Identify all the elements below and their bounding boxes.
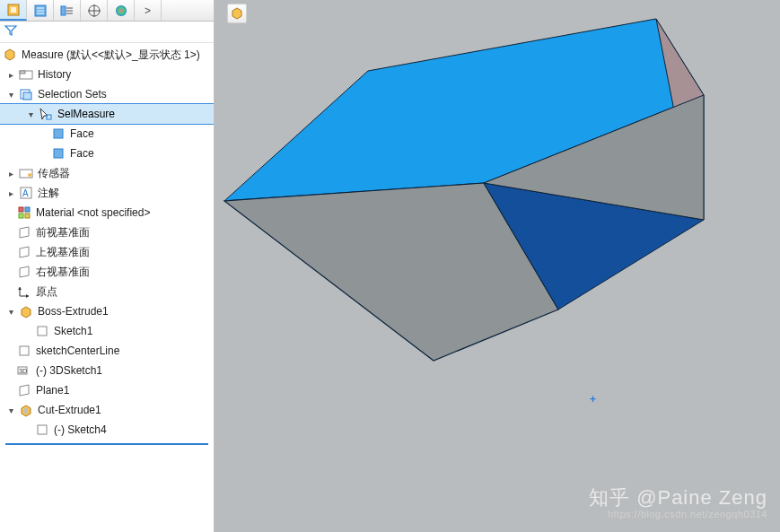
tree-root[interactable]: Measure (默认<<默认>_显示状态 1>) [0, 45, 214, 65]
svg-rect-21 [54, 149, 63, 158]
tree-label: Measure (默认<<默认>_显示状态 1>) [22, 48, 200, 63]
tree-label: Material <not specified> [36, 206, 150, 219]
svg-rect-18 [23, 92, 31, 100]
tree-sketch-centerline[interactable]: sketchCenterLine [0, 341, 214, 361]
face-icon [50, 145, 66, 161]
watermark: 知乎 @Paine Zeng https://blog.csdn.net/zen… [589, 487, 767, 519]
filter-icon[interactable] [4, 23, 18, 40]
feature-tree[interactable]: Measure (默认<<默认>_显示状态 1>) ▸ History ▾ Se… [0, 43, 214, 532]
expander-icon[interactable]: ▸ [5, 168, 16, 179]
svg-marker-32 [18, 287, 22, 290]
sensors-folder-icon [18, 165, 34, 181]
tab-display-manager[interactable] [108, 0, 135, 21]
history-folder-icon [18, 66, 34, 83]
tree-sensors[interactable]: ▸ 传感器 [0, 163, 214, 183]
tree-label: sketchCenterLine [36, 344, 119, 357]
tree-label: 原点 [36, 284, 57, 300]
tree-history[interactable]: ▸ History [0, 65, 214, 84]
svg-point-23 [28, 173, 31, 177]
tree-label: (-) Sketch4 [54, 423, 107, 436]
expander-icon[interactable]: ▸ [5, 188, 16, 198]
svg-rect-28 [19, 214, 23, 218]
expander-icon[interactable]: ▾ [5, 306, 16, 317]
tree-label: Face [70, 127, 94, 140]
expander-icon[interactable]: ▾ [25, 109, 36, 119]
feature-tree-panel: > Measure (默认<<默认>_显示状态 1>) ▸ History ▾ … [0, 0, 215, 532]
svg-rect-41 [38, 425, 47, 434]
expander-icon[interactable]: ▾ [5, 405, 16, 415]
material-icon [16, 205, 32, 221]
watermark-sub: https://blog.csdn.net/zengqh0314 [589, 509, 767, 519]
face-icon [50, 126, 66, 142]
plane-icon [16, 224, 32, 240]
tree-front-plane[interactable]: 前视基准面 [0, 222, 214, 242]
tree-label: 前视基准面 [36, 225, 90, 240]
graphics-viewport[interactable]: + 知乎 @Paine Zeng https://blog.csdn.net/z… [215, 0, 780, 532]
sketch-icon [34, 422, 50, 438]
tree-boss-extrude[interactable]: ▾ Boss-Extrude1 [0, 301, 214, 321]
tree-sketch4[interactable]: (-) Sketch4 [0, 420, 214, 440]
cut-extrude-icon [18, 402, 34, 418]
tab-overflow[interactable]: > [135, 0, 162, 21]
tree-label: Boss-Extrude1 [38, 305, 109, 318]
tree-label: Cut-Extrude1 [38, 404, 101, 416]
tab-dimxpert-manager[interactable] [81, 0, 108, 21]
tab-property-manager[interactable] [27, 0, 54, 21]
tree-label: 上视基准面 [36, 245, 90, 260]
manager-tab-bar: > [0, 0, 214, 22]
plane-icon [16, 382, 32, 398]
tab-configuration-manager[interactable] [54, 0, 81, 21]
selection-sets-icon [18, 86, 34, 102]
tree-label: Plane1 [36, 384, 69, 397]
svg-marker-33 [26, 294, 29, 298]
tree-selmeasure[interactable]: ▾ SelMeasure [0, 104, 214, 124]
watermark-main: 知乎 @Paine Zeng [589, 487, 767, 509]
tree-label: 右视基准面 [36, 265, 90, 280]
model-geometry [215, 0, 717, 386]
svg-rect-20 [54, 129, 63, 138]
tree-label: SelMeasure [57, 108, 115, 120]
tree-label: Face [70, 147, 94, 160]
tree-cut-extrude[interactable]: ▾ Cut-Extrude1 [0, 400, 214, 420]
tree-sketch1[interactable]: Sketch1 [0, 321, 214, 341]
tree-annotations[interactable]: ▸ A 注解 [0, 183, 214, 203]
tree-label: 注解 [38, 186, 59, 201]
rollback-bar[interactable] [5, 443, 208, 445]
svg-marker-14 [5, 49, 14, 60]
tree-label: History [38, 68, 71, 81]
svg-rect-16 [20, 71, 25, 74]
tree-plane1[interactable]: Plane1 [0, 380, 214, 400]
svg-text:A: A [22, 188, 29, 198]
tree-origin[interactable]: 原点 [0, 282, 214, 301]
tree-label: Sketch1 [54, 325, 92, 337]
svg-rect-26 [19, 207, 23, 212]
svg-rect-40 [24, 408, 28, 414]
svg-text:3D: 3D [19, 368, 27, 374]
tree-material[interactable]: Material <not specified> [0, 203, 214, 222]
annotation-icon: A [18, 185, 34, 201]
tree-label: 传感器 [38, 166, 70, 181]
tree-filter-row [0, 22, 214, 43]
plane-icon [16, 264, 32, 280]
tree-3dsketch[interactable]: 3D (-) 3DSketch1 [0, 361, 214, 380]
expander-icon[interactable]: ▾ [5, 89, 16, 100]
tree-label: (-) 3DSketch1 [36, 364, 102, 377]
plane-icon [16, 244, 32, 260]
expander-icon[interactable]: ▸ [5, 69, 16, 80]
svg-point-13 [116, 5, 127, 16]
tree-face[interactable]: Face [0, 144, 214, 163]
origin-icon [16, 283, 32, 300]
tree-top-plane[interactable]: 上视基准面 [0, 242, 214, 262]
sketch-icon [16, 343, 32, 359]
svg-rect-27 [25, 207, 30, 212]
sketch-icon [34, 323, 50, 339]
cursor-select-icon [38, 106, 54, 122]
tree-selection-sets[interactable]: ▾ Selection Sets [0, 84, 214, 104]
tab-feature-manager[interactable] [0, 0, 27, 21]
view-center-cursor: + [590, 393, 596, 406]
svg-rect-35 [38, 327, 47, 336]
tree-label: Selection Sets [38, 88, 107, 100]
sketch3d-icon: 3D [16, 362, 32, 379]
tree-right-plane[interactable]: 右视基准面 [0, 262, 214, 282]
tree-face[interactable]: Face [0, 124, 214, 144]
